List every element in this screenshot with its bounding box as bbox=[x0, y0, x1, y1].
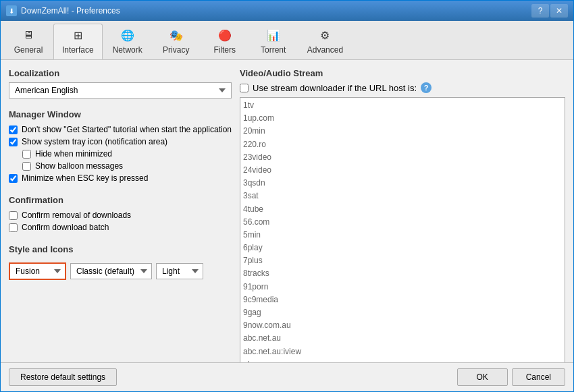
tab-privacy[interactable]: 🎭 Privacy bbox=[153, 24, 200, 59]
tab-torrent[interactable]: 📊 Torrent bbox=[250, 24, 297, 59]
tab-network[interactable]: 🌐 Network bbox=[104, 24, 151, 59]
list-item: 7plus bbox=[243, 254, 562, 267]
tab-interface[interactable]: ⊞ Interface bbox=[53, 24, 103, 59]
title-bar: ⬇ DownZemAll! - Preferences ? ✕ bbox=[1, 1, 573, 21]
interface-icon: ⊞ bbox=[70, 27, 86, 43]
checkbox-hide-minimized-label: Hide when minimized bbox=[35, 149, 112, 159]
checkbox-system-tray-label: Show system tray icon (notification area… bbox=[22, 137, 167, 146]
checkbox-no-tutorial-input[interactable] bbox=[9, 125, 18, 134]
stream-checkbox-label: Use stream downloader if the URL host is… bbox=[253, 83, 417, 93]
confirmation-section: Confirmation Confirm removal of download… bbox=[9, 195, 232, 233]
cancel-button[interactable]: Cancel bbox=[512, 368, 565, 386]
tab-privacy-label: Privacy bbox=[163, 45, 189, 55]
privacy-icon: 🎭 bbox=[168, 27, 184, 43]
general-icon: 🖥 bbox=[20, 27, 36, 43]
list-item: 20min bbox=[243, 125, 562, 138]
right-panel: Video/Audio Stream Use stream downloader… bbox=[240, 68, 565, 354]
checkbox-system-tray: Show system tray icon (notification area… bbox=[9, 136, 232, 148]
tab-filters-label: Filters bbox=[213, 45, 236, 55]
checkbox-confirm-removal-label: Confirm removal of downloads bbox=[22, 211, 131, 220]
checkbox-balloon-msgs-input[interactable] bbox=[22, 162, 31, 171]
help-icon[interactable]: ? bbox=[421, 82, 432, 93]
tab-general-label: General bbox=[14, 45, 43, 55]
theme-select[interactable]: Light Dark Auto bbox=[156, 263, 203, 279]
list-item: 5min bbox=[243, 229, 562, 242]
checkbox-hide-minimized: Hide when minimized bbox=[9, 148, 232, 160]
help-button[interactable]: ? bbox=[531, 4, 549, 18]
stream-host-list[interactable]: 1tv 1up.com 20min 220.ro 23video 24video… bbox=[240, 97, 565, 362]
list-item: 1tv bbox=[243, 99, 562, 112]
footer: Restore default settings OK Cancel bbox=[1, 362, 573, 391]
checkbox-hide-minimized-input[interactable] bbox=[22, 150, 31, 159]
list-item: 56.com bbox=[243, 216, 562, 229]
checkbox-confirm-batch: Confirm download batch bbox=[9, 221, 232, 233]
toolbar: 🖥 General ⊞ Interface 🌐 Network 🎭 Privac… bbox=[1, 21, 573, 60]
stream-checkbox-row: Use stream downloader if the URL host is… bbox=[240, 82, 565, 93]
list-item: 220.ro bbox=[243, 138, 562, 151]
tab-network-label: Network bbox=[113, 45, 142, 55]
style-icons-section: Style and Icons Fusion Windows Breeze Cl… bbox=[9, 244, 232, 280]
checkbox-confirm-batch-label: Confirm download batch bbox=[22, 223, 109, 232]
style-row: Fusion Windows Breeze Classic (default) … bbox=[9, 262, 232, 280]
close-button[interactable]: ✕ bbox=[550, 4, 568, 18]
video-audio-title: Video/Audio Stream bbox=[240, 68, 565, 78]
list-item: 23video bbox=[243, 151, 562, 164]
preferences-window: ⬇ DownZemAll! - Preferences ? ✕ 🖥 Genera… bbox=[0, 0, 574, 392]
tab-filters[interactable]: 🔴 Filters bbox=[201, 24, 249, 59]
list-item: 1up.com bbox=[243, 112, 562, 125]
video-audio-section: Video/Audio Stream Use stream downloader… bbox=[240, 68, 565, 362]
checkbox-balloon-msgs-label: Show balloon messages bbox=[35, 161, 123, 171]
list-item: abc.net.au:iview bbox=[243, 345, 562, 358]
stream-checkbox-input[interactable] bbox=[240, 84, 249, 92]
ok-button[interactable]: OK bbox=[457, 368, 508, 386]
list-item: 9gag bbox=[243, 306, 562, 319]
tab-advanced[interactable]: ⚙ Advanced bbox=[298, 24, 352, 59]
advanced-icon: ⚙ bbox=[317, 27, 333, 43]
list-item: 9c9media bbox=[243, 293, 562, 306]
tab-advanced-label: Advanced bbox=[307, 45, 343, 55]
checkbox-minimize-esc-label: Minimize when ESC key is pressed bbox=[22, 173, 148, 183]
list-item: 24video bbox=[243, 164, 562, 177]
filters-icon: 🔴 bbox=[217, 27, 233, 43]
icons-select[interactable]: Classic (default) Modern Flat bbox=[70, 263, 152, 279]
checkbox-no-tutorial-label: Don't show "Get Started" tutorial when s… bbox=[22, 125, 232, 134]
checkbox-no-tutorial: Don't show "Get Started" tutorial when s… bbox=[9, 123, 232, 136]
list-item: 8tracks bbox=[243, 267, 562, 280]
checkbox-minimize-esc: Minimize when ESC key is pressed bbox=[9, 172, 232, 184]
manager-window-title: Manager Window bbox=[9, 109, 232, 119]
checkbox-confirm-removal-input[interactable] bbox=[9, 211, 18, 220]
checkbox-system-tray-input[interactable] bbox=[9, 138, 18, 146]
footer-right: OK Cancel bbox=[457, 368, 565, 386]
app-icon: ⬇ bbox=[6, 5, 17, 16]
checkbox-minimize-esc-input[interactable] bbox=[9, 174, 18, 183]
localization-section: Localization American English British En… bbox=[9, 68, 232, 99]
confirmation-title: Confirmation bbox=[9, 195, 232, 205]
tab-interface-label: Interface bbox=[62, 45, 94, 55]
localization-title: Localization bbox=[9, 68, 232, 78]
list-item: 3sat bbox=[243, 190, 562, 202]
window-title: DownZemAll! - Preferences bbox=[21, 6, 531, 16]
language-select[interactable]: American English British English French … bbox=[9, 82, 232, 99]
list-item: 3qsdn bbox=[243, 177, 562, 190]
style-icons-title: Style and Icons bbox=[9, 244, 232, 254]
tab-general[interactable]: 🖥 General bbox=[5, 24, 52, 59]
style-fusion-select[interactable]: Fusion Windows Breeze bbox=[9, 262, 66, 280]
network-icon: 🌐 bbox=[120, 27, 136, 43]
list-item: 6play bbox=[243, 242, 562, 254]
main-content: Localization American English British En… bbox=[1, 60, 573, 362]
list-item: abc.net.au bbox=[243, 332, 562, 345]
checkbox-confirm-batch-input[interactable] bbox=[9, 223, 18, 232]
title-buttons: ? ✕ bbox=[531, 4, 568, 18]
checkbox-balloon-msgs: Show balloon messages bbox=[9, 160, 232, 172]
torrent-icon: 📊 bbox=[265, 27, 282, 43]
list-item: 9now.com.au bbox=[243, 319, 562, 332]
restore-defaults-button[interactable]: Restore default settings bbox=[9, 368, 117, 386]
list-item: 91porn bbox=[243, 281, 562, 293]
list-item: 4tube bbox=[243, 203, 562, 216]
left-panel: Localization American English British En… bbox=[9, 68, 232, 354]
tab-torrent-label: Torrent bbox=[261, 45, 286, 55]
manager-window-section: Manager Window Don't show "Get Started" … bbox=[9, 109, 232, 184]
checkbox-confirm-removal: Confirm removal of downloads bbox=[9, 209, 232, 221]
